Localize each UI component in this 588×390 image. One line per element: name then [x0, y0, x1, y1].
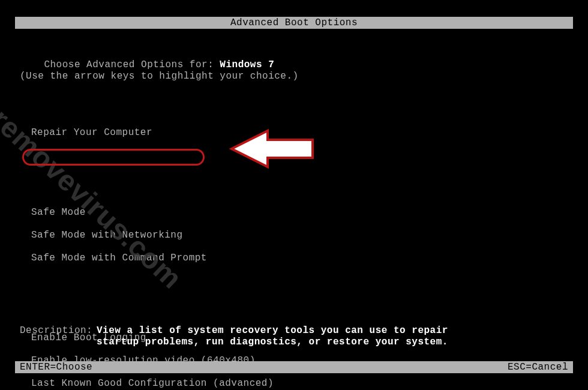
title-text: Advanced Boot Options	[230, 17, 358, 28]
footer-bar: ENTER=Choose ESC=Cancel	[15, 361, 573, 373]
menu-item-safe-mode[interactable]: Safe Mode	[30, 207, 293, 218]
intro-prefix: Choose Advanced Options for:	[44, 59, 220, 70]
menu-item-safe-mode-command-prompt[interactable]: Safe Mode with Command Prompt	[30, 253, 293, 264]
title-bar: Advanced Boot Options	[15, 17, 573, 29]
menu-group-safemode: Safe Mode Safe Mode with Networking Safe…	[30, 196, 293, 287]
footer-esc: ESC=Cancel	[508, 361, 568, 373]
intro-os: Windows 7	[220, 59, 274, 70]
description-block: Description:View a list of system recove…	[20, 314, 448, 359]
boot-screen: Advanced Boot Options Choose Advanced Op…	[0, 0, 588, 390]
description-label: Description:	[20, 325, 97, 337]
description-text: View a list of system recovery tools you…	[97, 325, 448, 348]
intro-block: Choose Advanced Options for: Windows 7 (…	[20, 48, 299, 94]
intro-hint: (Use the arrow keys to highlight your ch…	[20, 71, 299, 82]
menu-item-last-known-good-config[interactable]: Last Known Good Configuration (advanced)	[30, 378, 293, 389]
menu-item-safe-mode-networking[interactable]: Safe Mode with Networking	[30, 230, 293, 241]
menu-group-repair: Repair Your Computer	[30, 116, 293, 161]
menu-item-repair-your-computer[interactable]: Repair Your Computer	[30, 127, 293, 139]
footer-enter: ENTER=Choose	[20, 361, 92, 373]
